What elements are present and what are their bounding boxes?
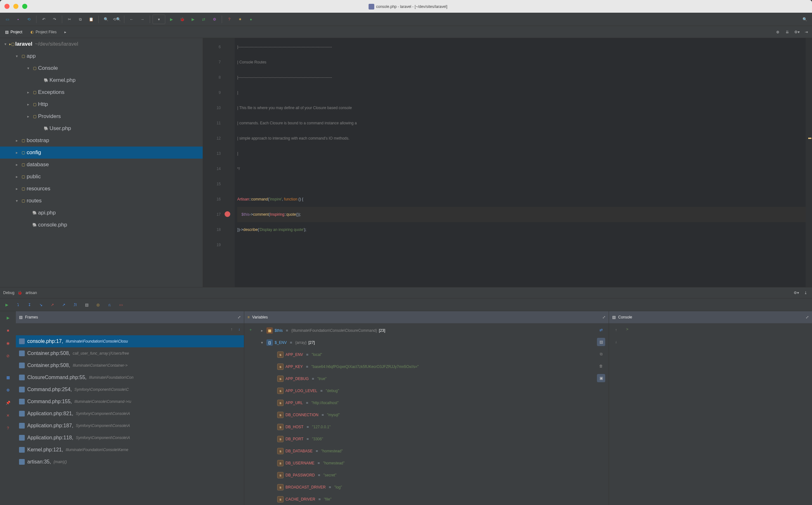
var-item[interactable]: s DB_PORT = "3306" (257, 433, 593, 445)
back-button[interactable]: ← (127, 15, 136, 24)
add-watch-button[interactable]: + (246, 326, 255, 334)
tree-item-http[interactable]: ▸▢Http (0, 98, 203, 111)
project-files-tab[interactable]: ◐Project Files (28, 28, 59, 35)
redo-button[interactable]: ↷ (50, 15, 59, 24)
more-tabs-button[interactable]: ▸ (62, 29, 68, 35)
var-item[interactable]: s APP_LOG_LEVEL = "debug" (257, 385, 593, 397)
frame-row[interactable]: Application.php:118, Symfony\Component\C… (16, 432, 244, 444)
maximize-window-button[interactable] (22, 4, 27, 9)
search-everywhere-button[interactable]: 🔍 (800, 15, 809, 24)
tree-arrow-icon[interactable]: ▸ (14, 138, 20, 143)
var-item[interactable]: s DB_USERNAME = "homestead" (257, 457, 593, 469)
run-to-cursor-button[interactable]: ↗ (59, 300, 68, 310)
console-up-button[interactable]: ↑ (612, 326, 620, 334)
drop-frame-button[interactable]: ⤴Ⅰ (70, 300, 80, 310)
var-this[interactable]: ▸▦ $this = {Illuminate\Foundation\Consol… (257, 325, 593, 337)
close-rail-button[interactable]: ✕ (4, 411, 12, 420)
chevron-right-icon[interactable]: ▸ (259, 328, 264, 333)
close-window-button[interactable] (4, 4, 9, 9)
debug-hide-icon[interactable]: ⤓ (803, 290, 809, 296)
var-action1-button[interactable]: ⇄ (597, 326, 605, 334)
tree-root[interactable]: ▾ ▸▢ laravel ~/dev/sites/laravel (0, 38, 203, 50)
chevron-down-icon[interactable]: ▾ (259, 340, 264, 345)
editor-gutter[interactable]: 678910111213141516171819 (203, 38, 225, 287)
cut-button[interactable]: ✂ (65, 15, 74, 24)
frames-list[interactable]: console.php:17, Illuminate\Foundation\Co… (16, 335, 244, 505)
frame-row[interactable]: ClosureCommand.php:55, Illuminate\Founda… (16, 371, 244, 383)
frame-row[interactable]: Container.php:508, Illuminate\Container\… (16, 359, 244, 371)
var-delete-button[interactable]: 🗑 (597, 362, 605, 370)
var-env[interactable]: ▾[] $_ENV = {array} [27] (257, 337, 593, 349)
var-item[interactable]: s APP_DEBUG = "true" (257, 373, 593, 385)
tree-arrow-icon[interactable]: ▾ (14, 54, 20, 58)
mute-breakpoints-button[interactable]: ⊘ (4, 352, 12, 360)
var-action2-button[interactable]: ▤ (597, 338, 605, 346)
hide-icon[interactable]: ⇥ (803, 29, 809, 35)
code-editor[interactable]: 678910111213141516171819 |--------------… (203, 38, 812, 287)
step-into-button[interactable]: ↧ (25, 300, 34, 310)
var-item[interactable]: s DB_CONNECTION = "mysql" (257, 409, 593, 421)
collapse-icon[interactable]: ⇊ (784, 29, 790, 35)
minimize-window-button[interactable] (13, 4, 18, 9)
forward-button[interactable]: → (138, 15, 147, 24)
tree-item-public[interactable]: ▸▢public (0, 171, 203, 183)
frame-row[interactable]: Command.php:155, Illuminate\Console\Comm… (16, 395, 244, 407)
gear-icon[interactable]: ⚙▾ (794, 29, 800, 35)
paste-button[interactable]: 📋 (86, 15, 96, 24)
frame-row[interactable]: Container.php:508, call_user_func_array:… (16, 347, 244, 359)
run-button[interactable]: ▶ (167, 15, 176, 24)
var-item[interactable]: s DB_DATABASE = "homestead" (257, 445, 593, 457)
force-step-into-button[interactable]: ↘ (36, 300, 46, 310)
resume-button[interactable]: ▶ (2, 300, 11, 310)
stop-button[interactable]: ■ (4, 326, 12, 335)
rerun-button[interactable]: ▶ (4, 314, 12, 322)
frame-row[interactable]: Application.php:187, Symfony\Component\C… (16, 420, 244, 432)
settings-rail-button[interactable]: ⚙ (4, 386, 12, 394)
project-tree[interactable]: ▾ ▸▢ laravel ~/dev/sites/laravel ▾▢app▾▢… (0, 38, 203, 287)
chevron-down-icon[interactable]: ▾ (3, 42, 8, 46)
var-item[interactable]: s APP_ENV = "local" (257, 349, 593, 361)
console-output[interactable]: > (623, 323, 812, 505)
tree-item-console-php[interactable]: 🐘console.php (0, 219, 203, 231)
tree-item-providers[interactable]: ▸▢Providers (0, 111, 203, 123)
open-button[interactable]: ▭ (3, 15, 12, 24)
tree-item-bootstrap[interactable]: ▸▢bootstrap (0, 135, 203, 147)
console-down-button[interactable]: ↓ (612, 338, 620, 346)
tree-arrow-icon[interactable]: ▾ (14, 199, 20, 203)
breakpoints-button[interactable]: ◉ (4, 339, 12, 347)
tree-item-user-php[interactable]: 🐘User.php (0, 123, 203, 135)
var-console-button[interactable]: ▣ (597, 374, 605, 382)
undo-button[interactable]: ↶ (39, 15, 48, 24)
frame-up-button[interactable]: ↑ (231, 327, 232, 331)
var-item[interactable]: s DB_HOST = "127.0.0.1" (257, 421, 593, 433)
tree-arrow-icon[interactable]: ▸ (14, 162, 20, 167)
tree-item-database[interactable]: ▸▢database (0, 159, 203, 171)
replace-button[interactable]: ⟲🔍 (112, 15, 122, 24)
code-area[interactable]: |---------------------------------------… (235, 38, 806, 287)
sync-button[interactable]: ⟲ (24, 15, 34, 24)
tree-arrow-icon[interactable]: ▾ (25, 66, 31, 70)
copy-button[interactable]: ⧉ (75, 15, 85, 24)
console-restore-icon[interactable]: ⤢ (806, 315, 809, 319)
var-item[interactable]: s DB_PASSWORD = "secret" (257, 469, 593, 481)
editor-error-strip[interactable] (806, 38, 812, 287)
tree-arrow-icon[interactable]: ▸ (14, 186, 20, 191)
help-rail-button[interactable]: ? (4, 424, 12, 433)
var-item[interactable]: s APP_KEY = "base64:h6qfPGqxeQIXact7zk5f… (257, 361, 593, 373)
tree-item-api-php[interactable]: 🐘api.php (0, 207, 203, 219)
frame-row[interactable]: artisan:35, {main}() (16, 456, 244, 468)
tree-arrow-icon[interactable]: ▸ (25, 90, 31, 95)
fold-column[interactable] (225, 38, 235, 287)
frame-row[interactable]: Kernel.php:121, Illuminate\Foundation\Co… (16, 444, 244, 456)
project-tab[interactable]: ▤Project (3, 28, 25, 35)
watch-button[interactable]: ◎ (93, 300, 103, 310)
tree-item-resources[interactable]: ▸▢resources (0, 183, 203, 195)
tree-item-config[interactable]: ▸▢config (0, 147, 203, 159)
step-out-button[interactable]: ↗ (47, 300, 57, 310)
debug-gear-icon[interactable]: ⚙▾ (793, 290, 799, 296)
stop-debug-button[interactable]: ▭ (116, 300, 126, 310)
tree-arrow-icon[interactable]: ▸ (25, 114, 31, 119)
frame-row[interactable]: console.php:17, Illuminate\Foundation\Co… (16, 335, 244, 347)
tree-arrow-icon[interactable]: ▸ (25, 102, 31, 107)
pin-button[interactable]: 📌 (4, 399, 12, 407)
